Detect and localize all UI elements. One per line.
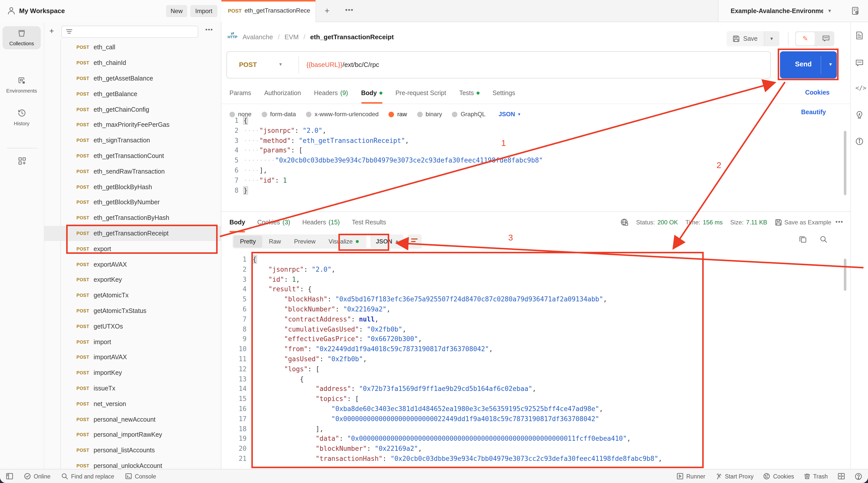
trash-button[interactable]: Trash: [804, 473, 828, 480]
new-button[interactable]: New: [166, 5, 187, 17]
tab-headers[interactable]: Headers(15): [302, 212, 340, 232]
sidebar-item-eth_getBlockByNumber[interactable]: POSTeth_getBlockByNumber: [44, 195, 221, 210]
tab-test-results[interactable]: Test Results: [352, 212, 386, 232]
size-badge[interactable]: Size:7.11 KB: [730, 219, 767, 226]
rail-item-environments[interactable]: Environments: [2, 76, 41, 94]
rail-item-collections[interactable]: Collections: [2, 26, 41, 49]
sidebar-item-getAtomicTxStatus[interactable]: POSTgetAtomicTxStatus: [44, 303, 221, 319]
tab-params[interactable]: Params: [229, 83, 251, 104]
sidebar-options-button[interactable]: •••: [205, 26, 213, 33]
save-options-button[interactable]: ▾: [764, 31, 779, 46]
add-collection-button[interactable]: +: [49, 27, 54, 36]
sidebar-item-eth_signTransaction[interactable]: POSTeth_signTransaction: [44, 133, 221, 149]
comment-icon[interactable]: [822, 35, 830, 42]
environment-selector[interactable]: Example-Avalanche-Environme: [731, 7, 823, 14]
toggle-sidebar-icon[interactable]: [6, 473, 13, 480]
save-as-example-button[interactable]: Save as Example: [775, 219, 831, 226]
sidebar-item-eth_call[interactable]: POSTeth_call: [44, 40, 221, 55]
documentation-icon[interactable]: [856, 31, 864, 40]
start-proxy-button[interactable]: Start Proxy: [715, 473, 753, 480]
view-tab-pretty[interactable]: Pretty: [234, 235, 262, 248]
status-badge[interactable]: Status:200 OK: [636, 219, 678, 226]
sidebar-item-getAtomicTx[interactable]: POSTgetAtomicTx: [44, 288, 221, 303]
request-editor-scrollbar[interactable]: [844, 131, 846, 195]
sidebar-item-import[interactable]: POSTimport: [44, 334, 221, 350]
request-body-editor[interactable]: 1{2····"jsonrpc": "2.0",3····"method": "…: [221, 116, 845, 211]
sidebar-item-personal_unlockAccount[interactable]: POSTpersonal_unlockAccount: [44, 458, 221, 469]
filter-input[interactable]: [61, 26, 198, 38]
sidebar-item-personal_importRawKey[interactable]: POSTpersonal_importRawKey: [44, 427, 221, 443]
tab-tests[interactable]: Tests: [459, 83, 479, 104]
edit-docs-button[interactable]: ✎: [796, 32, 815, 45]
send-button[interactable]: Send ▾: [780, 51, 837, 78]
tab-body[interactable]: Body: [229, 212, 245, 232]
sidebar-item-net_version[interactable]: POSTnet_version: [44, 396, 221, 412]
beautify-link[interactable]: Beautify: [801, 109, 826, 116]
view-tab-raw[interactable]: Raw: [262, 235, 287, 248]
new-tab-button[interactable]: +: [324, 6, 330, 16]
help-icon[interactable]: [855, 473, 862, 480]
comments-icon[interactable]: [856, 59, 864, 67]
tab-pre-request-script[interactable]: Pre-request Script: [396, 83, 446, 104]
tab-body[interactable]: Body: [361, 83, 382, 104]
sidebar-item-exportKey[interactable]: POSTexportKey: [44, 272, 221, 288]
search-icon[interactable]: [820, 235, 827, 243]
sidebar-item-eth_maxPriorityFeePerGas[interactable]: POSTeth_maxPriorityFeePerGas: [44, 117, 221, 133]
sidebar-item-eth_getBlockByHash[interactable]: POSTeth_getBlockByHash: [44, 179, 221, 195]
active-request-tab[interactable]: POST eth_getTransactionRece: [221, 0, 316, 22]
chevron-down-icon[interactable]: ▾: [279, 61, 282, 67]
sidebar-item-eth_getTransactionByHash[interactable]: POSTeth_getTransactionByHash: [44, 210, 221, 226]
sidebar-item-getUTXOs[interactable]: POSTgetUTXOs: [44, 319, 221, 334]
response-format-select[interactable]: JSON▾: [370, 234, 404, 249]
wrap-lines-icon[interactable]: [408, 234, 422, 249]
sidebar-item-eth_getBalance[interactable]: POSTeth_getBalance: [44, 86, 221, 102]
sidebar-item-eth_getChainConfig[interactable]: POSTeth_getChainConfig: [44, 102, 221, 117]
tab-authorization[interactable]: Authorization: [264, 83, 301, 104]
sidebar-item-eth_getTransactionReceipt[interactable]: POSTeth_getTransactionReceipt: [44, 226, 221, 241]
send-options-chevron-icon[interactable]: ▾: [829, 61, 832, 67]
runner-button[interactable]: Runner: [677, 473, 705, 480]
sidebar-item-importKey[interactable]: POSTimportKey: [44, 365, 221, 381]
sidebar-item-eth_chainId[interactable]: POSTeth_chainId: [44, 55, 221, 71]
sidebar-item-exportAVAX[interactable]: POSTexportAVAX: [44, 257, 221, 272]
breadcrumb-folder[interactable]: EVM: [284, 33, 299, 41]
sidebar-item-eth_sendRawTransaction[interactable]: POSTeth_sendRawTransaction: [44, 164, 221, 180]
cookies-link[interactable]: Cookies: [805, 89, 830, 96]
cookies-button[interactable]: Cookies: [764, 473, 794, 480]
sidebar-item-personal_newAccount[interactable]: POSTpersonal_newAccount: [44, 412, 221, 427]
method-select[interactable]: POST: [239, 61, 257, 68]
online-status[interactable]: Online: [24, 473, 51, 480]
breadcrumb-collection[interactable]: Avalanche: [243, 33, 273, 41]
split-panel-icon[interactable]: [838, 473, 845, 480]
sidebar-item-export[interactable]: POSTexport: [44, 241, 221, 257]
response-body-editor[interactable]: 1{2 "jsonrpc": "2.0",3 "id": 1,4 "result…: [221, 255, 845, 467]
sidebar-item-importAVAX[interactable]: POSTimportAVAX: [44, 350, 221, 365]
sidebar-item-eth_getAssetBalance[interactable]: POSTeth_getAssetBalance: [44, 71, 221, 86]
console-button[interactable]: Console: [125, 473, 156, 480]
sidebar-item-personal_listAccounts[interactable]: POSTpersonal_listAccounts: [44, 443, 221, 458]
tab-settings[interactable]: Settings: [493, 83, 515, 104]
sidebar-item-eth_getTransactionCount[interactable]: POSTeth_getTransactionCount: [44, 148, 221, 164]
environment-quick-look-icon[interactable]: [851, 6, 860, 15]
tab-options-button[interactable]: •••: [345, 6, 353, 13]
response-editor-scrollbar[interactable]: [844, 259, 846, 291]
view-tab-preview[interactable]: Preview: [287, 235, 322, 248]
lightbulb-icon[interactable]: [856, 111, 864, 119]
tab-headers[interactable]: Headers(9): [314, 83, 348, 104]
find-and-replace-button[interactable]: Find and replace: [62, 473, 114, 480]
sidebar-item-issueTx[interactable]: POSTissueTx: [44, 381, 221, 396]
request-title[interactable]: eth_getTransactionReceipt: [310, 33, 394, 41]
url-input[interactable]: {{baseURL}}/ext/bc/C/rpc: [306, 61, 379, 68]
tab-cookies[interactable]: Cookies(3): [257, 212, 290, 232]
time-badge[interactable]: Time:156 ms: [685, 219, 722, 226]
response-options-button[interactable]: •••: [836, 218, 843, 225]
rail-item-history[interactable]: History: [2, 109, 41, 126]
view-tab-visualize[interactable]: Visualize: [322, 235, 365, 248]
copy-icon[interactable]: [799, 235, 807, 243]
import-button[interactable]: Import: [190, 5, 217, 17]
configure-sidebar-icon[interactable]: [18, 157, 26, 165]
chevron-down-icon[interactable]: ▾: [828, 7, 831, 14]
info-icon[interactable]: [856, 137, 864, 146]
code-snippet-icon[interactable]: </>: [856, 85, 866, 92]
save-button[interactable]: Save: [726, 31, 764, 46]
